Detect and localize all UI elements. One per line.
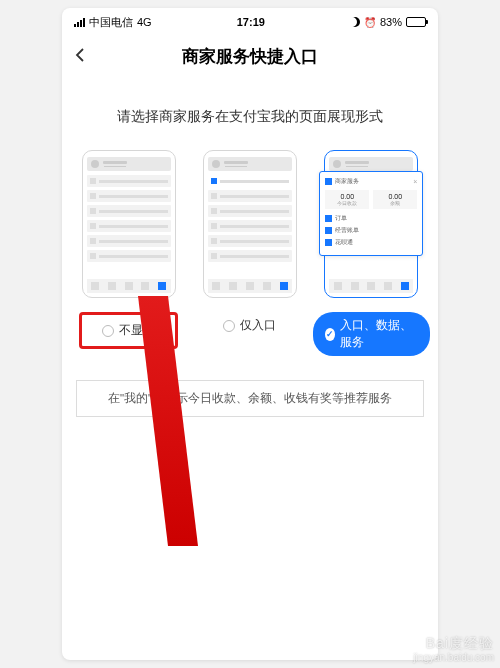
preview-full: 商家服务 × 0.00今日收款 0.00余额 订单 经营账单 花呗通 [324, 150, 418, 298]
option-none[interactable]: 不显示 [70, 150, 187, 356]
option-entry-only[interactable]: 仅入口 [191, 150, 308, 356]
radio-none[interactable]: 不显示 [90, 317, 167, 344]
page-title: 商家服务快捷入口 [182, 45, 318, 68]
radio-label: 仅入口 [240, 317, 276, 334]
options-row: 不显示 仅入口 [62, 150, 438, 356]
network-label: 4G [137, 16, 152, 28]
battery-percent: 83% [380, 16, 402, 28]
carrier-label: 中国电信 [89, 15, 133, 30]
preview-entry-only [203, 150, 297, 298]
alarm-icon: ⏰ [364, 17, 376, 28]
watermark: Bai度经验 jingyan.baidu.com [406, 635, 494, 664]
radio-icon [223, 320, 235, 332]
bear-icon [406, 638, 422, 652]
status-time: 17:19 [237, 16, 265, 28]
info-box: 在"我的"中显示今日收款、余额、收钱有奖等推荐服务 [76, 380, 424, 417]
option-full[interactable]: 商家服务 × 0.00今日收款 0.00余额 订单 经营账单 花呗通 ✓ 入口、 [313, 150, 430, 356]
radio-full[interactable]: ✓ 入口、数据、服务 [313, 312, 430, 356]
check-icon: ✓ [325, 328, 336, 341]
radio-entry-only[interactable]: 仅入口 [211, 312, 288, 339]
chevron-left-icon [72, 47, 88, 63]
phone-screen: 中国电信 4G 17:19 ⏰ 83% 商家服务快捷入口 请选择商家服务在支付宝… [62, 8, 438, 660]
annotation-highlight: 不显示 [79, 312, 178, 349]
preview-none [82, 150, 176, 298]
preview-card: 商家服务 × 0.00今日收款 0.00余额 订单 经营账单 花呗通 [319, 171, 423, 256]
radio-label: 入口、数据、服务 [340, 317, 418, 351]
back-button[interactable] [72, 43, 88, 69]
battery-icon [406, 17, 426, 27]
radio-icon [102, 325, 114, 337]
signal-icon [74, 18, 85, 27]
subtitle: 请选择商家服务在支付宝我的页面展现形式 [62, 108, 438, 126]
nav-bar: 商家服务快捷入口 [62, 36, 438, 76]
status-bar: 中国电信 4G 17:19 ⏰ 83% [62, 8, 438, 36]
close-icon: × [413, 178, 417, 185]
merchant-icon [325, 178, 332, 185]
do-not-disturb-icon [350, 17, 360, 27]
radio-label: 不显示 [119, 322, 155, 339]
